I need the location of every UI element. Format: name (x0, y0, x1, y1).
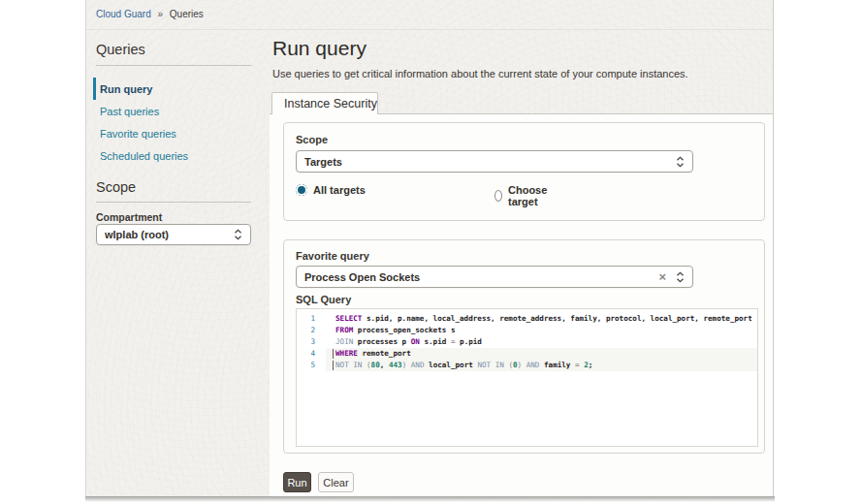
favorite-query-select[interactable]: Process Open Sockets × (296, 266, 693, 288)
line-number: 4 (297, 348, 326, 360)
compartment-label: Compartment (96, 211, 162, 223)
radio-all-targets-label: All targets (313, 184, 366, 196)
line-number: 3 (297, 336, 326, 348)
sql-line: 1SELECT s.pid, p.name, local_address, re… (297, 313, 757, 325)
sql-code: JOIN processes p ON s.pid = p.pid (326, 336, 757, 348)
sql-line: 4WHERE remote_port (297, 348, 757, 360)
sql-code: FROM process_open_sockets s (326, 325, 757, 336)
sidebar-scope-heading: Scope (96, 179, 136, 195)
select-chevron-icon (676, 156, 685, 168)
sidebar-item-scheduled-queries[interactable]: Scheduled queries (93, 144, 258, 167)
favorite-query-label: Favorite query (296, 250, 369, 262)
radio-selected-icon (296, 184, 307, 196)
clear-selection-icon[interactable]: × (658, 270, 666, 283)
sql-line: 5NOT IN (80, 443) AND local_port NOT IN … (297, 360, 757, 371)
page-title: Run query (272, 37, 367, 60)
sql-code: WHERE remote_port (326, 348, 757, 360)
breadcrumb-link-cloud-guard[interactable]: Cloud Guard (96, 9, 151, 19)
select-chevron-icon (234, 229, 242, 240)
line-number: 1 (297, 313, 326, 325)
scope-select[interactable]: Targets (296, 150, 693, 173)
tab-panel: Scope Targets All targets Choose target (270, 113, 774, 496)
radio-all-targets[interactable]: All targets (296, 184, 366, 196)
compartment-select[interactable]: wlplab (root) (96, 224, 251, 245)
sidebar-item-favorite-queries[interactable]: Favorite queries (93, 122, 258, 144)
run-button[interactable]: Run (283, 472, 311, 492)
line-number: 2 (297, 325, 326, 336)
scope-section: Scope Targets All targets Choose target (283, 122, 765, 221)
tab-instance-security[interactable]: Instance Security (271, 92, 378, 114)
scope-label: Scope (296, 134, 328, 145)
sidebar-item-run-query[interactable]: Run query (93, 78, 258, 100)
sql-line: 2FROM process_open_sockets s (297, 325, 757, 336)
page-description: Use queries to get critical information … (272, 68, 688, 79)
target-radio-group: All targets Choose target (296, 184, 366, 196)
clear-button[interactable]: Clear (318, 472, 354, 492)
sql-code: SELECT s.pid, p.name, local_address, rem… (326, 313, 757, 325)
radio-choose-target[interactable]: Choose target (494, 184, 551, 207)
line-number: 5 (297, 360, 326, 371)
sidebar-queries-heading: Queries (96, 42, 145, 57)
breadcrumb-separator: » (157, 9, 163, 19)
radio-choose-target-label: Choose target (508, 184, 551, 207)
query-section: Favorite query Process Open Sockets × SQ… (283, 239, 765, 454)
sql-line: 3JOIN processes p ON s.pid = p.pid (297, 336, 757, 348)
header-divider (86, 29, 774, 30)
sidebar-item-past-queries[interactable]: Past queries (93, 100, 258, 122)
radio-unselected-icon (494, 190, 502, 202)
breadcrumb: Cloud Guard » Queries (96, 9, 204, 19)
sidebar-nav: Run queryPast queriesFavorite queriesSch… (93, 78, 258, 167)
sidebar-divider-2 (96, 202, 251, 203)
compartment-select-value: wlplab (root) (105, 229, 234, 240)
breadcrumb-current: Queries (170, 9, 204, 19)
sql-code: NOT IN (80, 443) AND local_port NOT IN (… (326, 360, 757, 371)
app-window: Cloud Guard » Queries Queries Run queryP… (85, 0, 774, 496)
sql-query-label: SQL Query (296, 294, 351, 305)
select-chevron-icon (676, 271, 685, 283)
scope-select-value: Targets (304, 156, 676, 168)
sql-editor[interactable]: 1SELECT s.pid, p.name, local_address, re… (296, 308, 758, 447)
window-shadow (85, 496, 775, 502)
sidebar-divider-1 (96, 65, 251, 66)
page: Cloud Guard » Queries Queries Run queryP… (0, 0, 861, 504)
favorite-query-select-value: Process Open Sockets (304, 271, 658, 283)
